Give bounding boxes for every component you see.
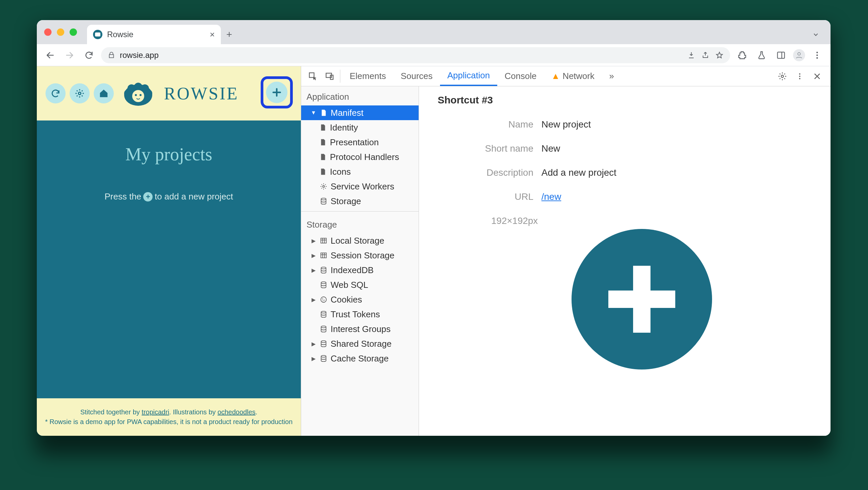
sidebar-item-storage-app[interactable]: Storage bbox=[301, 194, 418, 209]
tab-elements[interactable]: Elements bbox=[342, 66, 393, 86]
footer-line-2: * Rowsie is a demo app for PWA capabilit… bbox=[45, 418, 293, 426]
sidebar-item-storage[interactable]: ▶Local Storage bbox=[301, 233, 418, 248]
sidebar-item-manifest-child[interactable]: Icons bbox=[301, 164, 418, 179]
browser-tab[interactable]: Rowsie × bbox=[87, 25, 221, 44]
kv-row: Short nameNew bbox=[438, 143, 812, 154]
file-icon bbox=[318, 123, 327, 132]
inspect-element-icon[interactable] bbox=[305, 66, 321, 86]
reload-button[interactable] bbox=[82, 48, 96, 63]
sidebar-item-manifest-child[interactable]: Protocol Handlers bbox=[301, 150, 418, 164]
bookmark-star-icon[interactable] bbox=[715, 51, 723, 59]
footer-line-1: Stitched together by tropicadri. Illustr… bbox=[80, 408, 257, 416]
labs-icon[interactable] bbox=[754, 48, 769, 63]
svg-point-34 bbox=[321, 282, 326, 284]
storage-type-icon bbox=[319, 354, 328, 363]
storage-type-icon bbox=[319, 236, 328, 245]
app-hint: Press the + to add a new project bbox=[105, 191, 233, 202]
browser-toolbar: rowsie.app bbox=[37, 44, 831, 66]
kebab-menu-icon[interactable] bbox=[810, 48, 825, 63]
warning-icon: ▲ bbox=[551, 71, 560, 81]
address-bar[interactable]: rowsie.app bbox=[101, 47, 730, 63]
close-window-button[interactable] bbox=[44, 28, 52, 36]
sidebar-item-storage[interactable]: ▶Shared Storage bbox=[301, 336, 418, 351]
footer-link-tropicadri[interactable]: tropicadri bbox=[142, 408, 169, 416]
app-pane: ROWSIE My projects Press the + to add a … bbox=[37, 66, 301, 436]
shortcut-icon-preview bbox=[571, 229, 712, 369]
file-icon bbox=[318, 167, 327, 176]
forward-button[interactable] bbox=[62, 48, 77, 63]
close-tab-icon[interactable]: × bbox=[210, 29, 215, 40]
storage-type-icon bbox=[319, 325, 328, 333]
tab-application[interactable]: Application bbox=[440, 66, 497, 86]
sheep-logo bbox=[120, 76, 157, 110]
svg-point-23 bbox=[322, 185, 324, 187]
sidebar-item-storage[interactable]: ▶Cache Storage bbox=[301, 351, 418, 366]
svg-rect-0 bbox=[778, 52, 785, 58]
install-app-icon[interactable] bbox=[687, 51, 695, 59]
devtools-sidebar: Application ▼ Manifest IdentityPresentat… bbox=[301, 86, 419, 436]
svg-point-21 bbox=[799, 75, 800, 77]
file-icon bbox=[318, 138, 327, 147]
devtools-body: Application ▼ Manifest IdentityPresentat… bbox=[301, 86, 831, 436]
storage-type-icon bbox=[319, 266, 328, 274]
kv-row-url: URL /new bbox=[438, 191, 812, 202]
devtools-close-icon[interactable] bbox=[809, 72, 825, 81]
devtools-kebab-icon[interactable] bbox=[792, 72, 808, 80]
svg-point-38 bbox=[322, 301, 323, 301]
sidebar-item-storage[interactable]: Web SQL bbox=[301, 277, 418, 292]
chevron-right-icon: ▶ bbox=[311, 252, 316, 259]
new-tab-button[interactable]: + bbox=[221, 25, 238, 44]
kv-row: DescriptionAdd a new project bbox=[438, 167, 812, 178]
sidebar-item-storage[interactable]: ▶Cookies bbox=[301, 292, 418, 307]
fullscreen-window-button[interactable] bbox=[70, 28, 77, 36]
tab-console[interactable]: Console bbox=[497, 66, 544, 86]
svg-point-13 bbox=[132, 90, 144, 102]
svg-point-4 bbox=[816, 54, 818, 56]
sidebar-item-manifest-child[interactable]: Presentation bbox=[301, 135, 418, 150]
tab-strip: Rowsie × + bbox=[37, 20, 831, 44]
devtools-settings-icon[interactable] bbox=[774, 72, 790, 81]
device-toggle-icon[interactable] bbox=[321, 66, 338, 86]
svg-point-12 bbox=[144, 89, 152, 97]
sidebar-item-storage[interactable]: ▶IndexedDB bbox=[301, 263, 418, 277]
sidebar-item-storage[interactable]: ▶Session Storage bbox=[301, 248, 418, 263]
storage-type-icon bbox=[319, 310, 328, 318]
tab-sources[interactable]: Sources bbox=[393, 66, 440, 86]
tab-network[interactable]: ▲ Network bbox=[544, 66, 602, 86]
share-icon[interactable] bbox=[701, 51, 709, 59]
chevron-right-icon: ▶ bbox=[311, 341, 316, 347]
side-panel-icon[interactable] bbox=[774, 48, 788, 63]
svg-point-9 bbox=[134, 83, 142, 91]
sidebar-item-manifest[interactable]: ▼ Manifest bbox=[301, 105, 418, 120]
svg-point-42 bbox=[321, 356, 326, 358]
content-split: ROWSIE My projects Press the + to add a … bbox=[37, 66, 831, 436]
shortcut-url-link[interactable]: /new bbox=[541, 191, 561, 202]
refresh-app-icon[interactable] bbox=[45, 83, 66, 103]
sidebar-item-storage[interactable]: Interest Groups bbox=[301, 321, 418, 336]
svg-point-20 bbox=[799, 73, 800, 74]
svg-point-37 bbox=[323, 300, 324, 301]
app-header: ROWSIE bbox=[37, 66, 301, 121]
minimize-window-button[interactable] bbox=[57, 28, 64, 36]
kv-val: New bbox=[541, 143, 560, 154]
kv-key: Description bbox=[438, 167, 541, 178]
kv-val: New project bbox=[541, 119, 591, 130]
file-icon bbox=[318, 153, 327, 161]
back-button[interactable] bbox=[43, 48, 58, 63]
kv-val: Add a new project bbox=[541, 167, 616, 178]
extensions-icon[interactable] bbox=[735, 48, 749, 63]
sidebar-item-manifest-child[interactable]: Identity bbox=[301, 120, 418, 135]
home-app-icon[interactable] bbox=[94, 83, 114, 103]
svg-point-3 bbox=[816, 52, 818, 53]
profile-avatar[interactable] bbox=[793, 49, 805, 61]
chevron-right-icon: ▶ bbox=[311, 297, 316, 303]
tabs-dropdown-icon[interactable] bbox=[809, 25, 823, 44]
tab-overflow-icon[interactable]: » bbox=[602, 66, 621, 86]
add-project-button[interactable] bbox=[266, 82, 287, 103]
devtools-tabbar: Elements Sources Application Console ▲ N… bbox=[301, 66, 831, 86]
sidebar-item-service-workers[interactable]: Service Workers bbox=[301, 179, 418, 194]
settings-app-icon[interactable] bbox=[70, 83, 90, 103]
svg-point-14 bbox=[135, 94, 137, 96]
sidebar-item-storage[interactable]: Trust Tokens bbox=[301, 307, 418, 321]
footer-link-ochedoodles[interactable]: ochedoodles bbox=[217, 408, 255, 416]
